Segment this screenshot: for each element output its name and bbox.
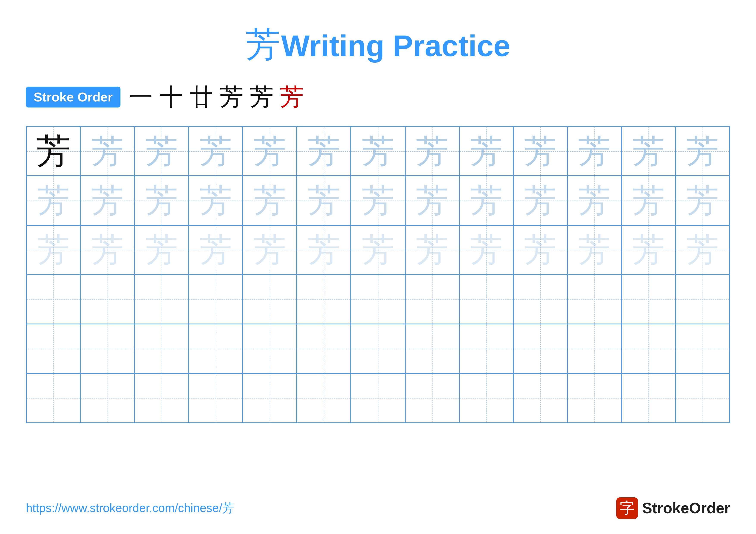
grid-cell-r3c6[interactable]: 芳 (297, 225, 351, 275)
grid-cell-r3c5[interactable]: 芳 (243, 225, 297, 275)
page-title: 芳 Writing Practice (26, 21, 730, 68)
stroke-order-badge: Stroke Order (26, 87, 121, 108)
grid-cell-r4c8[interactable] (405, 275, 459, 324)
grid-cell-r4c6[interactable] (297, 275, 351, 324)
grid-cell-r1c11[interactable]: 芳 (567, 126, 622, 176)
grid-cell-r1c10[interactable]: 芳 (513, 126, 567, 176)
grid-cell-r4c13[interactable] (676, 275, 730, 324)
grid-cell-r4c10[interactable] (513, 275, 567, 324)
grid-cell-r3c3[interactable]: 芳 (134, 225, 189, 275)
grid-cell-r3c10[interactable]: 芳 (513, 225, 567, 275)
grid-cell-r5c9[interactable] (459, 324, 513, 373)
stroke-5: 芳 (250, 81, 274, 113)
stroke-chars: 一 十 廿 芳 芳 芳 (129, 81, 304, 113)
footer-url[interactable]: https://www.strokeorder.com/chinese/芳 (26, 500, 234, 516)
practice-grid: 芳 芳 芳 芳 芳 芳 芳 芳 芳 芳 芳 芳 芳 芳 芳 芳 芳 芳 芳 芳 … (26, 126, 730, 423)
grid-cell-r5c12[interactable] (622, 324, 676, 373)
cell-char: 芳 (36, 134, 71, 168)
grid-cell-r1c5[interactable]: 芳 (243, 126, 297, 176)
footer-logo-icon: 字 (616, 497, 638, 519)
grid-cell-r2c6[interactable]: 芳 (297, 176, 351, 225)
grid-cell-r2c12[interactable]: 芳 (622, 176, 676, 225)
grid-cell-r1c6[interactable]: 芳 (297, 126, 351, 176)
grid-cell-r2c11[interactable]: 芳 (567, 176, 622, 225)
grid-cell-r5c13[interactable] (676, 324, 730, 373)
grid-cell-r5c2[interactable] (80, 324, 134, 373)
grid-cell-r2c8[interactable]: 芳 (405, 176, 459, 225)
grid-cell-r4c3[interactable] (134, 275, 189, 324)
grid-cell-r3c9[interactable]: 芳 (459, 225, 513, 275)
grid-cell-r6c10[interactable] (513, 373, 567, 423)
title-text: Writing Practice (281, 29, 510, 63)
grid-cell-r6c6[interactable] (297, 373, 351, 423)
grid-cell-r1c9[interactable]: 芳 (459, 126, 513, 176)
grid-cell-r4c5[interactable] (243, 275, 297, 324)
grid-cell-r5c4[interactable] (189, 324, 243, 373)
stroke-order-row: Stroke Order 一 十 廿 芳 芳 芳 (26, 81, 730, 113)
grid-cell-r5c5[interactable] (243, 324, 297, 373)
grid-cell-r1c12[interactable]: 芳 (622, 126, 676, 176)
grid-cell-r5c3[interactable] (134, 324, 189, 373)
grid-cell-r3c1[interactable]: 芳 (26, 225, 80, 275)
grid-cell-r6c5[interactable] (243, 373, 297, 423)
grid-cell-r4c11[interactable] (567, 275, 622, 324)
grid-cell-r2c9[interactable]: 芳 (459, 176, 513, 225)
grid-cell-r3c12[interactable]: 芳 (622, 225, 676, 275)
grid-cell-r6c1[interactable] (26, 373, 80, 423)
grid-cell-r4c2[interactable] (80, 275, 134, 324)
footer-logo-text: StrokeOrder (642, 499, 730, 517)
stroke-2: 十 (159, 81, 183, 113)
grid-cell-r3c7[interactable]: 芳 (351, 225, 405, 275)
grid-cell-r3c11[interactable]: 芳 (567, 225, 622, 275)
grid-cell-r6c12[interactable] (622, 373, 676, 423)
grid-cell-r5c8[interactable] (405, 324, 459, 373)
grid-cell-r4c4[interactable] (189, 275, 243, 324)
grid-cell-r2c2[interactable]: 芳 (80, 176, 134, 225)
grid-cell-r3c13[interactable]: 芳 (676, 225, 730, 275)
grid-cell-r1c13[interactable]: 芳 (676, 126, 730, 176)
grid-cell-r3c8[interactable]: 芳 (405, 225, 459, 275)
grid-cell-r3c4[interactable]: 芳 (189, 225, 243, 275)
grid-cell-r4c7[interactable] (351, 275, 405, 324)
page: 芳 Writing Practice Stroke Order 一 十 廿 芳 … (0, 0, 756, 534)
grid-cell-r4c9[interactable] (459, 275, 513, 324)
stroke-1: 一 (129, 81, 153, 113)
grid-cell-r6c9[interactable] (459, 373, 513, 423)
grid-cell-r5c7[interactable] (351, 324, 405, 373)
footer: https://www.strokeorder.com/chinese/芳 字 … (26, 497, 730, 519)
grid-cell-r1c3[interactable]: 芳 (134, 126, 189, 176)
grid-cell-r2c3[interactable]: 芳 (134, 176, 189, 225)
grid-cell-r1c4[interactable]: 芳 (189, 126, 243, 176)
grid-cell-r5c10[interactable] (513, 324, 567, 373)
grid-cell-r6c7[interactable] (351, 373, 405, 423)
stroke-4: 芳 (220, 81, 243, 113)
grid-cell-r2c5[interactable]: 芳 (243, 176, 297, 225)
grid-cell-r3c2[interactable]: 芳 (80, 225, 134, 275)
grid-cell-r2c10[interactable]: 芳 (513, 176, 567, 225)
grid-cell-r1c7[interactable]: 芳 (351, 126, 405, 176)
grid-cell-r1c8[interactable]: 芳 (405, 126, 459, 176)
grid-cell-r5c6[interactable] (297, 324, 351, 373)
grid-cell-r1c2[interactable]: 芳 (80, 126, 134, 176)
title-chinese-char: 芳 (246, 25, 280, 64)
grid-cell-r5c1[interactable] (26, 324, 80, 373)
grid-cell-r6c13[interactable] (676, 373, 730, 423)
grid-cell-r2c7[interactable]: 芳 (351, 176, 405, 225)
grid-cell-r4c12[interactable] (622, 275, 676, 324)
stroke-3: 廿 (189, 81, 213, 113)
stroke-6: 芳 (280, 81, 304, 113)
grid-cell-r6c11[interactable] (567, 373, 622, 423)
grid-cell-r6c3[interactable] (134, 373, 189, 423)
grid-cell-r6c2[interactable] (80, 373, 134, 423)
grid-cell-r2c13[interactable]: 芳 (676, 176, 730, 225)
grid-cell-r5c11[interactable] (567, 324, 622, 373)
grid-cell-r1c1[interactable]: 芳 (26, 126, 80, 176)
grid-cell-r6c4[interactable] (189, 373, 243, 423)
grid-cell-r6c8[interactable] (405, 373, 459, 423)
grid-cell-r4c1[interactable] (26, 275, 80, 324)
grid-cell-r2c4[interactable]: 芳 (189, 176, 243, 225)
grid-cell-r2c1[interactable]: 芳 (26, 176, 80, 225)
footer-logo: 字 StrokeOrder (616, 497, 730, 519)
